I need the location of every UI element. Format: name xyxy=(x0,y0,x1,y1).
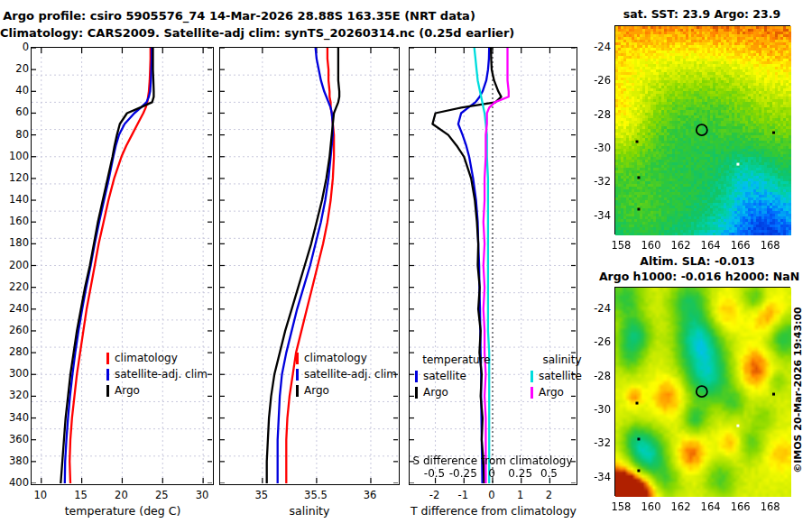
temperature-plot xyxy=(32,48,212,483)
sst-heatmap-canvas xyxy=(615,26,791,235)
legend-header-salinity: salinity xyxy=(531,352,594,368)
depth-tick: 140 xyxy=(2,194,29,206)
depth-tick: 40 xyxy=(2,85,29,96)
depth-tick: 300 xyxy=(2,368,29,380)
legend-item-climatology: climatology xyxy=(106,350,208,366)
argo-swatch xyxy=(106,385,109,397)
map-lat-tick: -26 xyxy=(578,336,611,348)
salinity-axis-label: salinity xyxy=(237,504,382,518)
temperature-axis-label: temperature (deg C) xyxy=(51,504,195,518)
legend-item-satellite-adj: satellite-adj. clim xyxy=(296,366,399,382)
map-lat-tick: -28 xyxy=(578,371,611,382)
sla-map xyxy=(614,287,790,496)
map-lon-tick: 158 xyxy=(606,240,635,252)
temperature-x-tick: 10 xyxy=(23,490,59,501)
map-lon-tick: 162 xyxy=(667,240,696,252)
climatology-swatch xyxy=(106,353,109,364)
depth-tick: 180 xyxy=(2,237,29,249)
depth-tick: 360 xyxy=(2,434,29,445)
map-lon-tick: 160 xyxy=(636,501,665,513)
cyan-satellite-swatch xyxy=(531,371,533,382)
map-lat-tick: -28 xyxy=(578,109,611,121)
map-lat-tick: -26 xyxy=(578,75,611,87)
map-lon-tick: 166 xyxy=(726,240,755,252)
salinity-x-tick: 35.5 xyxy=(298,490,334,501)
salinity-panel xyxy=(219,47,400,485)
depth-tick: 340 xyxy=(2,412,29,424)
legend-item-argo: Argo xyxy=(531,384,594,400)
map-lat-tick: -32 xyxy=(578,176,611,188)
map-lon-tick: 168 xyxy=(756,240,785,252)
salinity-x-tick: 36 xyxy=(352,490,388,501)
s-axis-tick: 0.5 xyxy=(529,468,568,480)
legend-label: Argo xyxy=(115,382,140,399)
map-lon-tick: 158 xyxy=(606,501,635,513)
imos-watermark: ©IMOS 20-Mar-2026 19:43:00 xyxy=(792,300,804,481)
figure-title: Argo profile: csiro 5905576_74 14-Mar-20… xyxy=(0,9,478,23)
depth-tick: 240 xyxy=(2,303,29,315)
map-lat-tick: -34 xyxy=(578,210,611,222)
map-lon-tick: 164 xyxy=(697,240,725,252)
figure-subtitle: Climatology: CARS2009. Satellite-adj cli… xyxy=(0,26,487,40)
legend-label: satellite xyxy=(423,368,466,384)
temperature-x-tick: 20 xyxy=(103,490,139,501)
satellite-swatch xyxy=(106,369,109,381)
depth-tick: 260 xyxy=(2,325,29,336)
satellite-swatch xyxy=(415,371,418,382)
sst-map xyxy=(614,25,790,234)
difference-plot xyxy=(410,48,576,483)
legend-item-argo: Argo xyxy=(296,382,399,399)
legend-label: satellite-adj. clim xyxy=(304,366,397,382)
map-lon-tick: 162 xyxy=(667,501,696,513)
argo-swatch xyxy=(415,387,418,399)
legend-item-argo: Argo xyxy=(415,384,498,400)
legend-item-argo: Argo xyxy=(106,382,208,399)
sla-map-subtitle: Argo h1000: -0.016 h2000: NaN xyxy=(591,270,807,283)
temperature-panel xyxy=(31,47,214,485)
legend-label: climatology xyxy=(304,350,367,366)
legend-label: satellite xyxy=(539,368,582,384)
temperature-x-tick: 30 xyxy=(184,490,220,501)
salinity-plot xyxy=(220,48,398,483)
legend-label: Argo xyxy=(423,384,448,400)
map-lat-tick: -32 xyxy=(578,437,611,449)
legend-header-temperature: temperature xyxy=(415,352,498,368)
legend-label: satellite-adj. clim xyxy=(115,366,208,382)
climatology-swatch xyxy=(296,353,299,364)
difference-panel xyxy=(409,47,577,485)
depth-tick: 20 xyxy=(2,63,29,75)
figure-root: Argo profile: csiro 5905576_74 14-Mar-20… xyxy=(0,0,812,523)
depth-tick: 160 xyxy=(2,216,29,227)
salinity-legend: climatology satellite-adj. clim Argo xyxy=(296,350,399,399)
t-difference-legend: temperature satellite Argo xyxy=(415,352,498,400)
salinity-x-tick: 35 xyxy=(244,490,280,501)
s-axis-label: S difference from climatology xyxy=(402,454,583,467)
depth-tick: 220 xyxy=(2,281,29,293)
legend-item-satellite-adj: satellite-adj. clim xyxy=(106,366,208,382)
depth-tick: 60 xyxy=(2,106,29,118)
temperature-x-tick: 25 xyxy=(143,490,180,501)
legend-label: Argo xyxy=(539,384,564,400)
map-lon-tick: 160 xyxy=(636,240,665,252)
legend-item-climatology: climatology xyxy=(296,350,399,366)
map-lat-tick: -24 xyxy=(578,303,611,315)
map-lat-tick: -24 xyxy=(578,41,611,53)
depth-tick: 0 xyxy=(2,41,29,53)
map-lat-tick: -30 xyxy=(578,404,611,416)
t-difference-axis-label: T difference from climatology xyxy=(403,504,584,518)
depth-tick: 120 xyxy=(2,172,29,184)
depth-tick: 400 xyxy=(2,477,29,489)
difference-x-tick: 2 xyxy=(531,490,567,501)
map-lat-tick: -34 xyxy=(578,472,611,483)
temperature-x-tick: 15 xyxy=(63,490,99,501)
depth-tick: 100 xyxy=(2,151,29,162)
magenta-argo-swatch xyxy=(531,387,533,399)
depth-tick: 200 xyxy=(2,260,29,271)
depth-tick: 380 xyxy=(2,455,29,467)
map-lon-tick: 164 xyxy=(697,501,725,513)
satellite-swatch xyxy=(296,369,299,381)
depth-tick: 320 xyxy=(2,390,29,401)
sla-map-title: Altim. SLA: -0.013 xyxy=(595,254,799,268)
legend-item-satellite: satellite xyxy=(415,368,498,384)
map-lon-tick: 168 xyxy=(756,501,785,513)
